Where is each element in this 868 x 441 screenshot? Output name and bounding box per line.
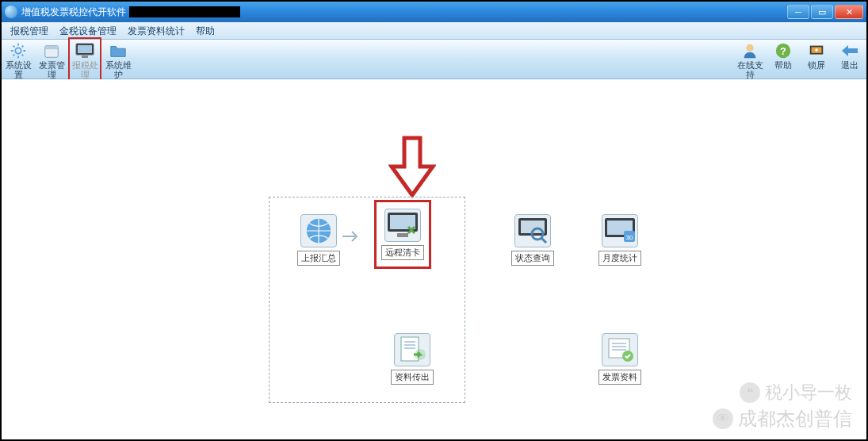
app-icon [5, 6, 17, 18]
doc-list-icon [602, 333, 638, 366]
toolbar-label: 发票管理 [35, 60, 68, 79]
toolbar-label: 报税处理 [70, 60, 100, 79]
icon-label: 月度统计 [598, 251, 641, 266]
toolbar-label: 退出 [833, 60, 866, 70]
monitor-icon [75, 42, 95, 59]
monitor-clear-icon [384, 209, 421, 242]
icon-label: 状态查询 [511, 251, 554, 266]
toolbar-label: 系统维护 [101, 60, 135, 79]
redacted-mask [129, 6, 240, 17]
watermark-line2: 👁 成都杰创普信 [713, 406, 852, 431]
menu-item-2[interactable]: 发票资料统计 [122, 22, 190, 40]
toolbar-left-group: 系统设置 发票管理 报税处理 系统维护 [2, 39, 135, 79]
gear-icon [8, 42, 29, 59]
icon-invoice-data[interactable]: 发票资料 [591, 333, 648, 385]
menu-item-3[interactable]: 帮助 [190, 22, 220, 40]
monitor-date-icon: 30 [602, 214, 638, 247]
globe-icon [300, 214, 337, 247]
svg-text:30: 30 [626, 234, 633, 241]
calendar-icon [41, 42, 62, 59]
doc-export-icon [394, 333, 430, 366]
toolbar-system-settings[interactable]: 系统设置 [2, 39, 35, 79]
toolbar: 系统设置 发票管理 报税处理 系统维护 在线支持 [2, 40, 866, 79]
toolbar-online-support[interactable]: 在线支持 [733, 39, 767, 79]
svg-line-19 [541, 238, 546, 243]
search-monitor-icon [514, 214, 551, 247]
watermark-line1: ❝ 税小导一枚 [740, 381, 852, 405]
toolbar-tax-process[interactable]: 报税处理 [68, 37, 101, 81]
icon-label: 发票资料 [598, 370, 641, 385]
question-icon: ? [773, 42, 793, 59]
svg-point-11 [815, 48, 818, 52]
icon-label: 远程清卡 [381, 245, 424, 260]
lock-icon [806, 42, 827, 59]
user-icon [740, 42, 760, 59]
minimize-button[interactable]: ─ [787, 5, 809, 19]
icon-month-stat[interactable]: 30 月度统计 [591, 214, 648, 266]
close-button[interactable]: ✕ [835, 5, 863, 19]
icon-data-export[interactable]: 资料传出 [384, 333, 441, 385]
wechat-icon: ❝ [740, 382, 760, 403]
arrow-annotation [388, 135, 436, 201]
svg-rect-4 [78, 45, 92, 53]
toolbar-invoice-manage[interactable]: 发票管理 [35, 39, 68, 79]
watermark-text2: 成都杰创普信 [738, 406, 852, 431]
icon-status-query[interactable]: 状态查询 [504, 214, 561, 266]
folder-icon [108, 42, 128, 59]
toolbar-label: 锁屏 [800, 60, 833, 70]
menubar: 报税管理 金税设备管理 发票资料统计 帮助 [2, 22, 866, 40]
svg-rect-14 [390, 215, 415, 229]
svg-point-0 [15, 48, 21, 53]
toolbar-label: 在线支持 [733, 60, 767, 79]
toolbar-lock[interactable]: 锁屏 [800, 39, 833, 79]
menu-item-0[interactable]: 报税管理 [5, 22, 54, 40]
icon-report-summary[interactable]: 上报汇总 [290, 214, 347, 266]
svg-rect-2 [45, 45, 59, 49]
svg-text:?: ? [780, 44, 786, 56]
back-icon [839, 42, 860, 59]
watermark-text1: 税小导一枚 [765, 381, 852, 405]
toolbar-system-maintain[interactable]: 系统维护 [101, 39, 135, 79]
svg-point-6 [746, 44, 753, 52]
weibo-icon: 👁 [713, 408, 733, 429]
svg-point-28 [415, 349, 426, 360]
toolbar-label: 帮助 [767, 60, 800, 70]
window-title: 增值税发票税控代开软件 [21, 6, 126, 19]
titlebar: 增值税发票税控代开软件 ─ ▭ ✕ [2, 2, 866, 22]
toolbar-right-group: 在线支持 ? 帮助 锁屏 退出 [733, 39, 866, 79]
icon-label: 资料传出 [391, 370, 434, 385]
toolbar-help[interactable]: ? 帮助 [767, 39, 800, 79]
content-area: 上报汇总 远程清卡 状态查询 30 月度统计 资料传出 发票资料 ❝ 税小导一枚 [2, 79, 866, 439]
toolbar-label: 系统设置 [2, 60, 35, 79]
svg-rect-15 [397, 233, 408, 237]
icon-remote-clear[interactable]: 远程清卡 [374, 200, 431, 269]
maximize-button[interactable]: ▭ [811, 5, 833, 19]
svg-rect-5 [82, 56, 88, 58]
toolbar-exit[interactable]: 退出 [833, 39, 866, 79]
icon-label: 上报汇总 [297, 251, 340, 266]
